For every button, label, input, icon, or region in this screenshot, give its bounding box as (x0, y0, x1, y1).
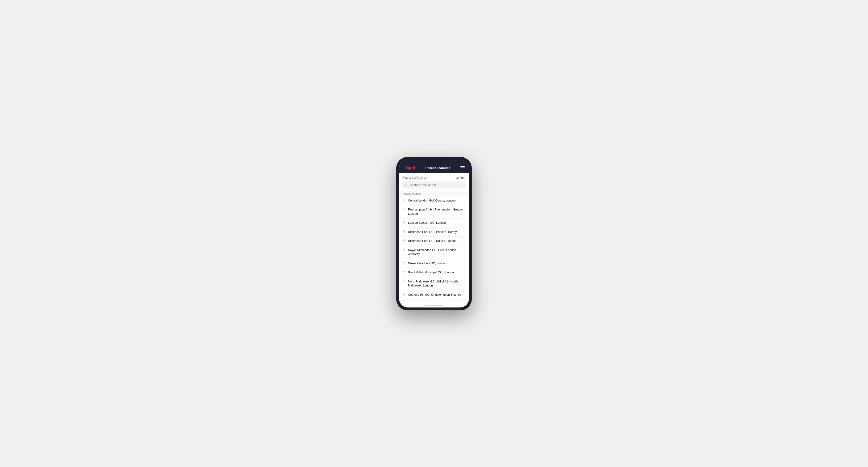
location-pin-icon (403, 239, 406, 243)
find-bar: Find a Golf Course Cancel (399, 173, 469, 182)
location-pin-icon (403, 271, 406, 274)
svg-line-1 (407, 185, 407, 186)
course-list: Central London Golf Centre, LondonRoeham… (399, 196, 469, 300)
content-area: Find a Golf Course Cancel Nearby courses… (399, 173, 469, 303)
list-item[interactable]: Dukes Meadows GC, London (399, 259, 469, 268)
location-pin-icon (403, 230, 406, 234)
list-item[interactable]: Royal Wimbledon GC, Great London Authori… (399, 246, 469, 259)
course-name: North Middlesex GC (1011942 - North Midd… (408, 280, 465, 288)
course-name: Coombe Hill GC, Kingston upon Thames (408, 293, 461, 297)
course-name: Royal Wimbledon GC, Great London Authori… (408, 248, 465, 256)
search-input[interactable] (410, 183, 463, 187)
app-header: clippd Recent Searches (399, 163, 469, 173)
nearby-section: Nearby courses Central London Golf Centr… (399, 191, 469, 303)
home-bar (425, 305, 443, 306)
search-bar-wrapper (399, 182, 469, 191)
phone-notch (425, 160, 443, 164)
location-pin-icon (403, 208, 406, 211)
course-name: Dukes Meadows GC, London (408, 261, 446, 266)
header-title: Recent Searches (426, 166, 450, 170)
course-name: Richmond Park GC - Prince's, Surrey (408, 230, 457, 234)
list-item[interactable]: London Scottish GC, London (399, 219, 469, 228)
location-pin-icon (403, 199, 406, 202)
list-item[interactable]: Central London Golf Centre, London (399, 196, 469, 206)
course-name: Brent Valley Municipal GC, London (408, 271, 454, 275)
list-item[interactable]: North Middlesex GC (1011942 - North Midd… (399, 277, 469, 290)
list-item[interactable]: Richmond Park GC - Prince's, Surrey (399, 228, 469, 237)
course-name: Richmond Park GC - Duke's, London (408, 239, 457, 243)
phone-device: clippd Recent Searches Find a Golf Cours… (396, 157, 472, 310)
phone-screen: clippd Recent Searches Find a Golf Cours… (399, 160, 469, 308)
cancel-button[interactable]: Cancel (456, 176, 465, 180)
list-item[interactable]: Roehampton Club - Roehampton, Greater Lo… (399, 205, 469, 219)
location-pin-icon (403, 293, 406, 297)
home-indicator (399, 303, 469, 308)
app-logo: clippd (403, 165, 415, 170)
search-icon (405, 183, 408, 186)
menu-line-3 (460, 169, 465, 169)
search-bar (402, 182, 466, 188)
course-name: Roehampton Club - Roehampton, Greater Lo… (408, 208, 465, 216)
location-pin-icon (403, 280, 406, 283)
nearby-label: Nearby courses (399, 191, 469, 196)
location-pin-icon (403, 221, 406, 224)
menu-line-1 (460, 166, 465, 167)
list-item[interactable]: Coombe Hill GC, Kingston upon Thames (399, 290, 469, 300)
location-pin-icon (403, 262, 406, 265)
find-label: Find a Golf Course (403, 176, 427, 179)
location-pin-icon (403, 248, 406, 252)
menu-line-2 (460, 167, 465, 168)
list-item[interactable]: Richmond Park GC - Duke's, London (399, 237, 469, 246)
list-item[interactable]: Brent Valley Municipal GC, London (399, 268, 469, 277)
course-name: Central London Golf Centre, London (408, 199, 456, 203)
course-name: London Scottish GC, London (408, 221, 446, 225)
menu-icon[interactable] (460, 166, 465, 169)
